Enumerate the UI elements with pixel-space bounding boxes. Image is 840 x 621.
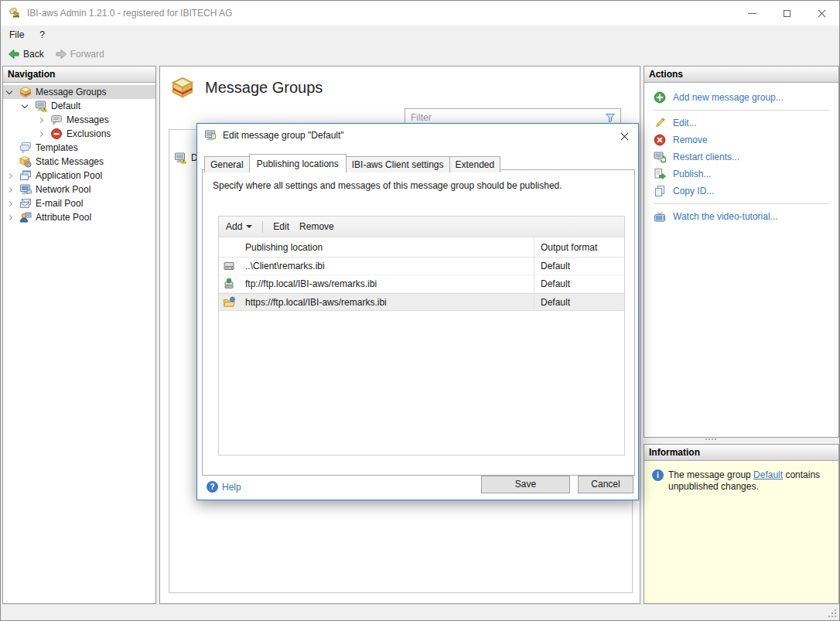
filter-icon[interactable]: [604, 111, 616, 124]
output-format-value: Default: [534, 278, 570, 289]
column-header-publishing-location[interactable]: Publishing location: [239, 242, 534, 253]
application-pool-icon: [19, 169, 32, 182]
resize-grip[interactable]: [828, 609, 837, 618]
chevron-right-icon[interactable]: [3, 202, 15, 206]
application-window: IBI-aws Admin 1.21.0 - registered for IB…: [0, 0, 840, 621]
close-button[interactable]: [804, 1, 839, 26]
messages-icon: [50, 114, 63, 126]
action-label: Edit...: [673, 118, 697, 128]
action-remove[interactable]: Remove: [654, 131, 838, 148]
exclusions-icon: [50, 128, 63, 140]
grid-toolbar: Add Edit Remove: [219, 217, 624, 237]
tree-item-label: Default: [51, 101, 80, 111]
restart-clients-icon: [654, 151, 666, 163]
add-button[interactable]: Add: [226, 221, 252, 232]
title-bar: IBI-aws Admin 1.21.0 - registered for IB…: [1, 1, 839, 26]
app-icon: [9, 7, 21, 19]
edit-button[interactable]: Edit: [273, 221, 289, 232]
minimize-button[interactable]: [735, 1, 770, 26]
help-icon: ?: [207, 481, 218, 493]
forward-button[interactable]: Forward: [55, 48, 104, 60]
publishing-locations-grid: Add Edit Remove Publishing location Outp…: [218, 216, 625, 456]
back-button[interactable]: Back: [8, 48, 44, 60]
table-row[interactable]: ..\Client\remarks.ibi Default: [219, 258, 624, 275]
attribute-pool-icon: [19, 211, 32, 223]
tab-extended[interactable]: Extended: [449, 156, 501, 172]
message-group-icon: [204, 129, 217, 142]
dialog-footer: ? Help Save Cancel: [197, 474, 638, 500]
menu-file[interactable]: File: [2, 26, 32, 43]
close-icon: [620, 132, 629, 141]
tab-general[interactable]: General: [204, 156, 250, 172]
tree-item-label: Network Pool: [36, 184, 90, 195]
email-pool-icon: [19, 197, 32, 210]
help-label: Help: [222, 482, 241, 493]
action-label: Remove: [673, 135, 708, 145]
publish-icon: [654, 168, 666, 180]
menu-help[interactable]: ?: [32, 26, 53, 43]
publishing-location-value: ftp://ftp.local/IBI-aws/remarks.ibi: [239, 278, 534, 289]
local-drive-icon: [223, 260, 235, 272]
action-edit[interactable]: Edit...: [654, 114, 838, 131]
filter-input[interactable]: [405, 112, 604, 123]
chevron-right-icon[interactable]: [3, 216, 15, 220]
tree-item-network-pool[interactable]: Network Pool: [3, 183, 155, 196]
publishing-location-value: ..\Client\remarks.ibi: [239, 261, 534, 271]
dialog-tabs: General Publishing locations IBI-aws Cli…: [204, 154, 500, 172]
information-panel: Information i The message group Default …: [644, 444, 839, 604]
action-add-new-message-group[interactable]: Add new message group...: [654, 89, 838, 106]
chevron-down-icon[interactable]: [3, 91, 15, 94]
info-text-before: The message group: [668, 469, 753, 480]
tree-item-message-groups[interactable]: Message Groups: [3, 85, 155, 99]
tree-item-label: Application Pool: [36, 170, 102, 181]
tree-item-exclusions[interactable]: Exclusions: [3, 127, 155, 141]
tree-item-templates[interactable]: Templates: [3, 141, 155, 155]
action-label: Publish...: [673, 169, 711, 179]
tab-description: Specify where all settings and messages …: [203, 170, 634, 191]
action-copy-id[interactable]: Copy ID...: [654, 183, 838, 200]
action-restart-clients[interactable]: Restart clients...: [654, 148, 838, 165]
table-row-selected[interactable]: https://ftp.local/IBI-aws/remarks.ibi De…: [219, 293, 624, 311]
dialog-close-button[interactable]: [616, 130, 632, 142]
web-folder-icon: [223, 296, 235, 309]
panel-splitter-handle[interactable]: [705, 438, 716, 440]
navigation-toolbar: Back Forward: [2, 44, 838, 64]
actions-panel: Actions Add new message group... Edit...…: [644, 66, 839, 438]
tab-ibi-aws-client-settings[interactable]: IBI-aws Client settings: [346, 156, 450, 172]
tree-item-attribute-pool[interactable]: Attribute Pool: [3, 210, 155, 224]
tree-item-label: E-mail Pool: [36, 198, 83, 209]
divider: [654, 203, 829, 204]
action-watch-video-tutorial[interactable]: Watch the video-tutorial...: [654, 208, 838, 225]
status-bar: [2, 604, 838, 619]
remove-button[interactable]: Remove: [299, 221, 334, 232]
cancel-button[interactable]: Cancel: [578, 476, 633, 493]
tree-item-label: Static Messages: [36, 156, 104, 167]
tree-item-messages[interactable]: Messages: [3, 113, 155, 127]
message-group-warning-icon: [174, 152, 186, 164]
chevron-down-icon[interactable]: [19, 105, 31, 107]
video-tutorial-icon: [654, 210, 666, 223]
dialog-title: Edit message group "Default": [223, 130, 344, 141]
action-publish[interactable]: Publish...: [654, 165, 838, 183]
tree-item-static-messages[interactable]: Static Messages: [3, 155, 155, 169]
save-button[interactable]: Save: [481, 476, 570, 493]
tree-item-application-pool[interactable]: Application Pool: [3, 169, 155, 183]
tree-item-email-pool[interactable]: E-mail Pool: [3, 196, 155, 210]
maximize-button[interactable]: [770, 1, 804, 26]
tree-item-label: Message Groups: [36, 87, 106, 97]
chevron-right-icon[interactable]: [3, 188, 15, 192]
chevron-right-icon[interactable]: [3, 174, 15, 178]
chevron-right-icon[interactable]: [34, 132, 46, 136]
help-link[interactable]: ? Help: [207, 481, 241, 493]
network-pool-icon: [19, 183, 32, 196]
chevron-right-icon[interactable]: [34, 118, 46, 122]
column-header-output-format[interactable]: Output format: [534, 242, 597, 253]
tree-item-default[interactable]: Default: [3, 99, 155, 113]
minimize-icon: [748, 13, 756, 14]
tree-item-label: Exclusions: [67, 128, 111, 139]
table-row[interactable]: ftp://ftp.local/IBI-aws/remarks.ibi Defa…: [219, 275, 624, 293]
information-message: The message group Default contains unpub…: [668, 469, 827, 603]
add-label: Add: [226, 221, 242, 232]
tab-publishing-locations[interactable]: Publishing locations: [249, 154, 347, 172]
default-group-link[interactable]: Default: [753, 469, 783, 480]
